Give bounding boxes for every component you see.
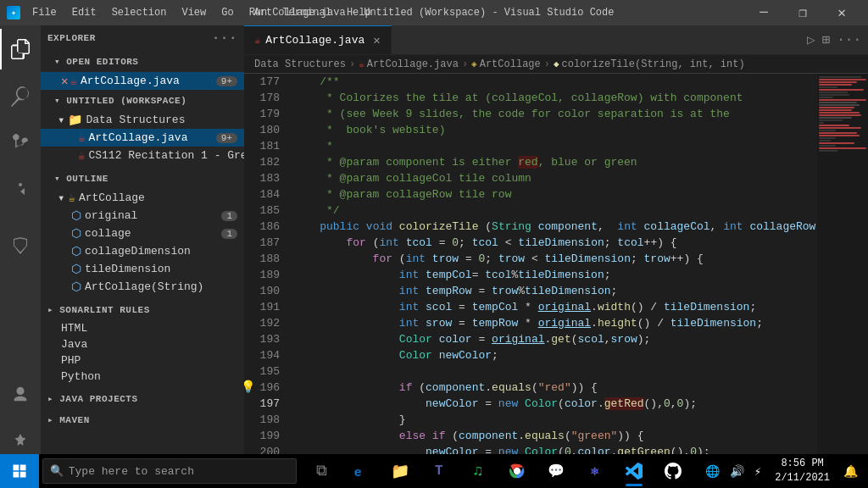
outline-root-expand: ▾ [58, 191, 64, 205]
close-file-icon[interactable]: ✕ [61, 74, 68, 88]
field-icon-4: ⬡ [71, 262, 81, 276]
outline-tiledimension[interactable]: ⬡ tileDimension [41, 260, 244, 278]
menu-selection[interactable]: Selection [105, 5, 174, 20]
search-placeholder: Type here to search [69, 465, 194, 478]
open-editors-header[interactable]: ▾ OPEN EDITORS [41, 51, 244, 72]
breadcrumb-item-3[interactable]: ◈ ArtCollage [471, 58, 541, 70]
sidebar: EXPLORER ··· ▾ OPEN EDITORS ✕ ☕ ArtColla… [41, 25, 244, 469]
code-content[interactable]: /** * Colorizes the tile at (collageCol,… [287, 74, 817, 469]
svg-rect-1 [20, 465, 26, 471]
vscode-app[interactable] [615, 454, 653, 488]
folder-name: Data Structures [86, 114, 185, 126]
volume-tray-icon[interactable]: 🔊 [726, 463, 748, 480]
java-projects-header[interactable]: ▸ JAVA PROJECTS [41, 388, 244, 409]
extensions-activity-icon[interactable] [0, 225, 41, 266]
more-actions-icon[interactable]: ··· [837, 32, 861, 47]
outline-root[interactable]: ▾ ☕ ArtCollage [41, 189, 244, 207]
file-error-badge: 9+ [216, 133, 237, 143]
svg-text:e: e [354, 466, 362, 480]
sonarlint-php[interactable]: PHP [41, 352, 244, 369]
menu-go[interactable]: Go [214, 5, 240, 20]
svg-point-6 [514, 469, 520, 474]
explorer-header[interactable]: EXPLORER ··· [41, 25, 244, 51]
outline-item-original: original [85, 209, 137, 222]
run-icon[interactable]: ▷ [807, 31, 815, 48]
folder-expand-icon: ▾ [58, 113, 64, 127]
activity-bar [0, 25, 41, 469]
file-artcollage[interactable]: ☕ ArtCollage.java 9+ [41, 129, 244, 147]
outline-original[interactable]: ⬡ original 1 [41, 207, 244, 225]
breadcrumb-item-4[interactable]: ◆ colorizeTile(String, int, int) [554, 58, 745, 70]
explorer-menu-icon[interactable]: ··· [212, 30, 237, 46]
tab-close-icon[interactable]: ✕ [373, 33, 380, 47]
workspace-header[interactable]: ▾ UNTITLED (WORKSPACE) [41, 90, 244, 111]
menu-view[interactable]: View [175, 5, 213, 20]
minimap[interactable] [817, 74, 868, 469]
taskbar-tray: 🌐 🔊 ⚡ 8:56 PM 2/11/2021 🔔 [695, 455, 868, 487]
outline-tree: ▾ ☕ ArtCollage ⬡ original 1 ⬡ collage 1 … [41, 189, 244, 296]
search-activity-icon[interactable] [0, 76, 41, 117]
notification-tray-icon[interactable]: 🔔 [840, 463, 861, 480]
close-button[interactable]: ✕ [822, 0, 861, 25]
tab-artcollage[interactable]: ☕ ArtCollage.java ✕ [244, 25, 392, 54]
split-editor-icon[interactable]: ⊞ [822, 31, 831, 48]
maven-header[interactable]: ▸ MAVEN [41, 409, 244, 430]
method-icon: ⬡ [71, 280, 81, 294]
outline-header[interactable]: ▾ OUTLINE [41, 168, 244, 189]
discord-app[interactable]: ⎈ [576, 454, 614, 488]
sonarlint-header[interactable]: ▸ SONARLINT RULES [41, 299, 244, 320]
titlebar-controls: ─ ❐ ✕ [744, 0, 861, 25]
open-editor-filename: ArtCollage.java [81, 75, 180, 87]
taskview-button[interactable]: ⧉ [303, 454, 341, 488]
outline-badge-1: 1 [221, 211, 237, 221]
field-icon-1: ⬡ [71, 208, 81, 223]
menu-file[interactable]: File [25, 5, 64, 20]
sonarlint-html[interactable]: HTML [41, 320, 244, 336]
taskbar-search[interactable]: 🔍 Type here to search [42, 458, 297, 484]
start-button[interactable] [0, 454, 39, 488]
network-tray-icon[interactable]: 🌐 [702, 463, 723, 480]
outline-item-collagedimension: collageDimension [85, 245, 191, 258]
titlebar: ✦ File Edit Selection View Go Run Termin… [0, 0, 868, 25]
python-item: Python [61, 370, 101, 383]
open-editors-list: ✕ ☕ ArtCollage.java 9+ [41, 72, 244, 90]
outline-constructor[interactable]: ⬡ ArtCollage(String) [41, 278, 244, 296]
edge-app[interactable]: e [342, 454, 380, 488]
filename-cs112: CS112 Recitation 1 - Greatest Hits o... [88, 149, 244, 162]
battery-tray-icon[interactable]: ⚡ [751, 463, 765, 480]
sonarlint-python[interactable]: Python [41, 369, 244, 385]
tabbar-actions: ▷ ⊞ ··· [800, 25, 868, 54]
breadcrumb-item-2[interactable]: ☕ ArtCollage.java [359, 58, 459, 70]
debug-activity-icon[interactable] [0, 171, 41, 212]
java-icon-1: ☕ [78, 130, 85, 145]
github-app[interactable] [654, 454, 692, 488]
breadcrumb-sep-2: › [462, 58, 468, 70]
menu-edit[interactable]: Edit [65, 5, 103, 20]
titlebar-title: ArtCollage.java - Untitled (Workspace) -… [254, 7, 615, 19]
taskbar-clock[interactable]: 8:56 PM 2/11/2021 [768, 455, 837, 487]
breadcrumb-item-1[interactable]: Data Structures [254, 58, 346, 70]
spotify-app[interactable]: ♫ [459, 454, 497, 488]
slack-app[interactable]: 💬 [537, 454, 575, 488]
teams-app[interactable]: T [420, 454, 458, 488]
workspace-label: ▾ UNTITLED (WORKSPACE) [54, 95, 186, 106]
sonarlint-java[interactable]: Java [41, 336, 244, 352]
file-cs112[interactable]: ☕ CS112 Recitation 1 - Greatest Hits o..… [41, 147, 244, 164]
clock-time: 8:56 PM [775, 457, 830, 471]
account-activity-icon[interactable] [0, 374, 41, 415]
explorer-label: EXPLORER [47, 33, 96, 43]
chrome-app[interactable] [498, 454, 536, 488]
maximize-button[interactable]: ❐ [783, 0, 822, 25]
outline-collage[interactable]: ⬡ collage 1 [41, 225, 244, 242]
explorer-app[interactable]: 📁 [381, 454, 419, 488]
taskbar: 🔍 Type here to search ⧉ e 📁 T ♫ 💬 ⎈ [0, 454, 868, 488]
source-control-activity-icon[interactable] [0, 124, 41, 164]
minimize-button[interactable]: ─ [744, 0, 783, 25]
outline-collagedimension[interactable]: ⬡ collageDimension [41, 242, 244, 260]
svg-rect-2 [13, 472, 19, 478]
folder-data-structures[interactable]: ▾ 📁 Data Structures [41, 111, 244, 129]
java-file-icon: ☕ [70, 74, 76, 88]
vscode-logo: ✦ [7, 6, 20, 19]
open-editor-artcollage[interactable]: ✕ ☕ ArtCollage.java 9+ [41, 72, 244, 90]
explorer-activity-icon[interactable] [0, 29, 41, 69]
